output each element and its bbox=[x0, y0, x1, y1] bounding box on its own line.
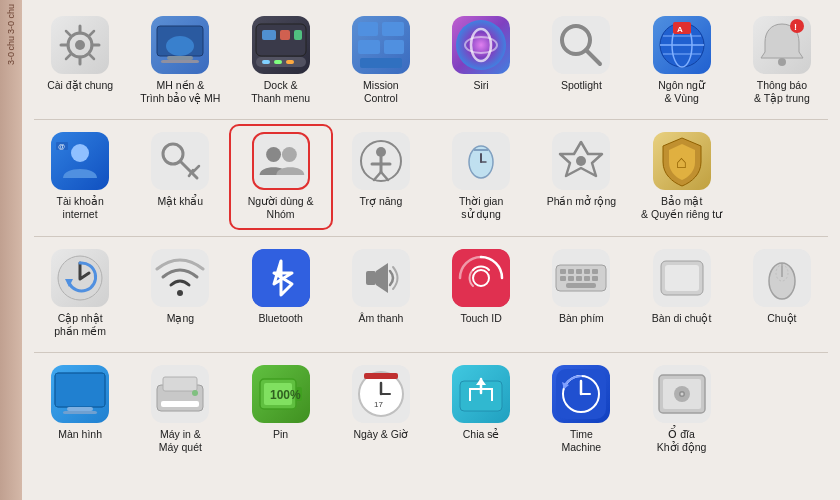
divider-2 bbox=[34, 236, 828, 237]
svg-rect-70 bbox=[366, 271, 376, 285]
item-matkhau[interactable]: Mật khẩu bbox=[130, 126, 230, 227]
item-capnhat[interactable]: Cập nhậtphần mềm bbox=[30, 243, 130, 344]
section-row4: Màn hình Máy in &Máy quét 100% Pin 17 Ng… bbox=[30, 359, 832, 460]
svg-rect-95 bbox=[163, 377, 197, 391]
svg-rect-26 bbox=[358, 40, 380, 54]
item-phanmorong[interactable]: Phần mở rộng bbox=[531, 126, 631, 227]
item-dock[interactable]: Dock &Thanh menu bbox=[231, 10, 331, 111]
item-nguoidung[interactable]: Người dùng &Nhóm bbox=[231, 126, 331, 227]
svg-rect-93 bbox=[63, 411, 97, 414]
icon-amthanh bbox=[352, 249, 410, 307]
left-bar-text-3: chu bbox=[6, 36, 17, 51]
svg-rect-18 bbox=[262, 60, 270, 64]
svg-rect-103 bbox=[364, 373, 398, 379]
svg-rect-77 bbox=[584, 269, 590, 274]
svg-rect-82 bbox=[584, 276, 590, 281]
item-pin[interactable]: 100% Pin bbox=[231, 359, 331, 460]
item-taikhoan[interactable]: @ Tài khoảninternet bbox=[30, 126, 130, 227]
item-ngonngu[interactable]: A Ngôn ngữ& Vùng bbox=[632, 10, 732, 111]
icon-mang bbox=[151, 249, 209, 307]
svg-text:17: 17 bbox=[374, 400, 383, 409]
icon-ngonngu: A bbox=[653, 16, 711, 74]
svg-rect-24 bbox=[358, 22, 378, 36]
svg-rect-25 bbox=[382, 22, 404, 36]
svg-text:@: @ bbox=[58, 143, 65, 150]
svg-point-12 bbox=[166, 36, 194, 56]
icon-taikhoan: @ bbox=[51, 132, 109, 190]
svg-line-6 bbox=[66, 31, 71, 36]
label-mission: MissionControl bbox=[363, 79, 399, 105]
label-caidat: Cài đặt chung bbox=[47, 79, 113, 92]
label-ngonngu: Ngôn ngữ& Vùng bbox=[658, 79, 705, 105]
svg-rect-22 bbox=[280, 30, 290, 40]
svg-point-97 bbox=[192, 390, 198, 396]
label-thoigian: Thời giansử dụng bbox=[459, 195, 503, 221]
item-mission[interactable]: MissionControl bbox=[331, 10, 431, 111]
icon-spotlight bbox=[552, 16, 610, 74]
icon-odia bbox=[653, 365, 711, 423]
label-dock: Dock &Thanh menu bbox=[251, 79, 310, 105]
item-thoigian[interactable]: Thời giansử dụng bbox=[431, 126, 531, 227]
svg-rect-76 bbox=[576, 269, 582, 274]
icon-chiase bbox=[452, 365, 510, 423]
label-mhnen: MH nền &Trình bảo vệ MH bbox=[140, 79, 220, 105]
label-chiase: Chia sẻ bbox=[463, 428, 500, 441]
icon-mhnen bbox=[151, 16, 209, 74]
item-siri[interactable]: Siri bbox=[431, 10, 531, 111]
label-spotlight: Spotlight bbox=[561, 79, 602, 92]
svg-rect-19 bbox=[274, 60, 282, 64]
svg-rect-75 bbox=[568, 269, 574, 274]
label-manhinh: Màn hình bbox=[58, 428, 102, 441]
svg-rect-27 bbox=[384, 40, 404, 54]
left-sidebar: chu 3-0 chu 3-0 bbox=[0, 0, 22, 500]
item-amthanh[interactable]: Âm thanh bbox=[331, 243, 431, 344]
icon-manhinh bbox=[51, 365, 109, 423]
svg-rect-28 bbox=[360, 58, 402, 68]
icon-phanmorong bbox=[552, 132, 610, 190]
item-tronang[interactable]: Trợ năng bbox=[331, 126, 431, 227]
item-bandi[interactable]: Bàn di chuột bbox=[632, 243, 732, 344]
item-empty2 bbox=[732, 359, 832, 460]
svg-line-7 bbox=[89, 54, 94, 59]
item-empty1 bbox=[732, 126, 832, 227]
svg-rect-23 bbox=[294, 30, 302, 40]
label-touchid: Touch ID bbox=[460, 312, 501, 325]
label-amthanh: Âm thanh bbox=[358, 312, 403, 325]
icon-thongbao: ! bbox=[753, 16, 811, 74]
item-odia[interactable]: Ổ đĩaKhởi động bbox=[632, 359, 732, 460]
svg-line-59 bbox=[381, 172, 388, 180]
item-ngaygio[interactable]: 17 Ngày & Giờ bbox=[331, 359, 431, 460]
svg-rect-83 bbox=[592, 276, 598, 281]
divider-3 bbox=[34, 352, 828, 353]
icon-baomat: ⌂ bbox=[653, 132, 711, 190]
icon-banphim bbox=[552, 249, 610, 307]
item-mang[interactable]: Mạng bbox=[130, 243, 230, 344]
item-mayin[interactable]: Máy in &Máy quét bbox=[130, 359, 230, 460]
svg-point-45 bbox=[71, 144, 89, 162]
icon-empty2 bbox=[753, 365, 811, 423]
svg-line-9 bbox=[66, 54, 71, 59]
item-banphim[interactable]: Bàn phím bbox=[531, 243, 631, 344]
item-spotlight[interactable]: Spotlight bbox=[531, 10, 631, 111]
label-chuot: Chuột bbox=[767, 312, 796, 325]
svg-rect-96 bbox=[161, 401, 199, 407]
section-row3: Cập nhậtphần mềm Mạng Bluetooth Âm thanh bbox=[30, 243, 832, 344]
svg-line-33 bbox=[586, 50, 600, 64]
item-manhinh[interactable]: Màn hình bbox=[30, 359, 130, 460]
section-row1: Cài đặt chung MH nền &Trình bảo vệ MH Do… bbox=[30, 10, 832, 111]
icon-empty1 bbox=[753, 132, 811, 190]
item-mhnen[interactable]: MH nền &Trình bảo vệ MH bbox=[130, 10, 230, 111]
label-baomat: Bảo mật& Quyền riêng tư bbox=[641, 195, 722, 221]
item-thongbao[interactable]: ! Thông báo& Tập trung bbox=[732, 10, 832, 111]
svg-point-43 bbox=[790, 19, 804, 33]
item-bluetooth[interactable]: Bluetooth bbox=[231, 243, 331, 344]
item-touchid[interactable]: Touch ID bbox=[431, 243, 531, 344]
item-timemachine[interactable]: TimeMachine bbox=[531, 359, 631, 460]
section-row2: @ Tài khoảninternet Mật khẩu Người dùng … bbox=[30, 126, 832, 227]
item-chiase[interactable]: Chia sẻ bbox=[431, 359, 531, 460]
item-chuot[interactable]: Chuột bbox=[732, 243, 832, 344]
left-bar-text-2: 3-0 bbox=[6, 21, 17, 34]
item-baomat[interactable]: ⌂ Bảo mật& Quyền riêng tư bbox=[632, 126, 732, 227]
item-caidat[interactable]: Cài đặt chung bbox=[30, 10, 130, 111]
svg-line-50 bbox=[193, 166, 199, 172]
